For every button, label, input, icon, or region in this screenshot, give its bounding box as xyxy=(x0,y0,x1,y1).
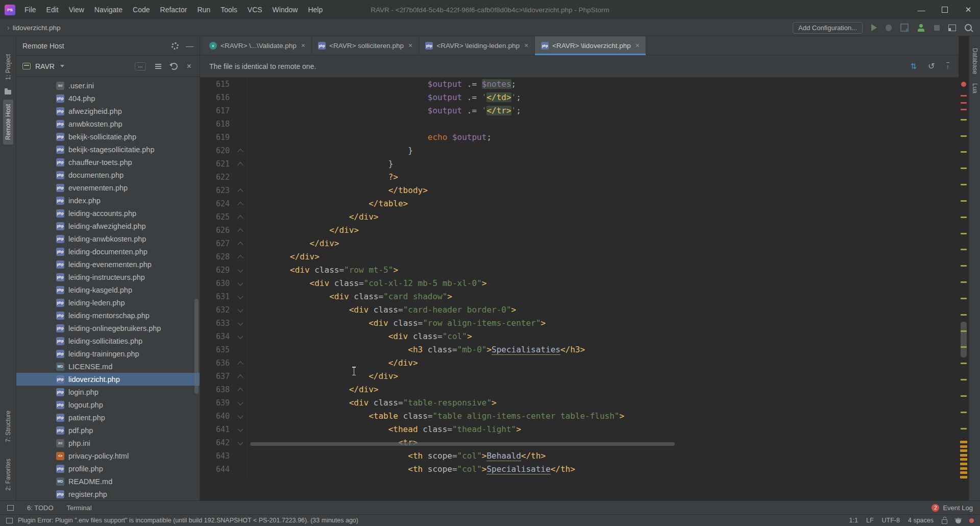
line-number[interactable]: 624 xyxy=(200,199,234,208)
line-number[interactable]: 616 xyxy=(200,93,234,102)
tree-item[interactable]: phpleiding-accounts.php xyxy=(16,207,200,220)
menu-tools[interactable]: Tools xyxy=(215,0,242,19)
stripe-mark[interactable] xyxy=(961,314,967,316)
stripe-mark[interactable] xyxy=(961,395,967,397)
menu-run[interactable]: Run xyxy=(192,0,215,19)
code-line[interactable]: 620 } xyxy=(200,144,959,157)
code-line[interactable]: 639 <div class="table-responsive"> xyxy=(200,396,959,410)
code-line[interactable]: 615 $output .= $notes; xyxy=(200,78,959,91)
filter-icon[interactable] xyxy=(155,64,161,65)
line-number[interactable]: 643 xyxy=(200,451,234,461)
stripe-mark[interactable] xyxy=(960,458,967,461)
tree-item[interactable]: phpprofile.php xyxy=(16,462,200,475)
maximize-button[interactable] xyxy=(933,0,957,19)
stripe-mark[interactable] xyxy=(961,200,967,202)
close-button[interactable]: ✕ xyxy=(957,0,980,19)
code-line[interactable]: 628 </div> xyxy=(200,250,959,264)
tree-item[interactable]: phpleiding-documenten.php xyxy=(16,245,200,258)
fold-marker[interactable] xyxy=(234,201,247,207)
add-configuration-button[interactable]: Add Configuration... xyxy=(793,22,863,34)
stripe-mark[interactable] xyxy=(960,445,967,448)
tree-item[interactable]: phpleiding-sollicitaties.php xyxy=(16,334,200,347)
stripe-mark[interactable] xyxy=(961,249,967,250)
stripe-mark[interactable] xyxy=(961,379,967,380)
hide-panel-icon[interactable]: — xyxy=(186,43,193,49)
users-icon[interactable] xyxy=(917,24,925,32)
stripe-mark[interactable] xyxy=(961,184,967,185)
stripe-mark[interactable] xyxy=(961,217,967,218)
debug-icon[interactable] xyxy=(886,25,892,31)
code-line[interactable]: 621 } xyxy=(200,157,959,171)
tree-item[interactable]: phpdocumenten.php xyxy=(16,169,200,181)
stripe-mark[interactable] xyxy=(961,265,967,267)
stripe-mark[interactable] xyxy=(961,95,967,97)
line-number[interactable]: 630 xyxy=(200,279,234,288)
revert-icon[interactable]: ↺ xyxy=(928,63,935,70)
chevron-down-icon[interactable] xyxy=(60,65,64,67)
gear-icon[interactable] xyxy=(172,42,179,50)
editor-tab[interactable]: php<RAVR> \leiding-leden.php× xyxy=(419,36,535,55)
code-line[interactable]: 616 $output .= '</td>'; xyxy=(200,91,959,104)
tree-item[interactable]: phpleiding-instructeurs.php xyxy=(16,271,200,283)
tool-tab-lua[interactable]: Lua xyxy=(970,79,980,98)
tree-item[interactable]: phpleiding-mentorschap.php xyxy=(16,309,200,322)
menu-view[interactable]: View xyxy=(64,0,89,19)
stripe-mark[interactable] xyxy=(961,109,967,110)
fold-marker[interactable] xyxy=(234,374,247,379)
fold-marker[interactable] xyxy=(234,361,247,366)
code-line[interactable]: 619 echo $output; xyxy=(200,131,959,144)
editor-tab[interactable]: php<RAVR> solliciteren.php× xyxy=(312,36,419,55)
tree-item[interactable]: phplidoverzicht.php xyxy=(16,373,200,386)
browse-button[interactable]: ... xyxy=(135,62,146,70)
stripe-mark[interactable] xyxy=(961,102,967,104)
indent-widget[interactable]: 4 spaces xyxy=(908,517,934,524)
stop-icon[interactable] xyxy=(934,25,940,31)
toolwindow-switcher-icon[interactable] xyxy=(7,505,14,511)
tree-item[interactable]: phpregister.php xyxy=(16,488,200,499)
close-icon[interactable]: × xyxy=(524,41,528,50)
code-editor[interactable]: 615 $output .= $notes;616 $output .= '</… xyxy=(200,78,959,500)
code-line[interactable]: 632 <div class="card-header border-0"> xyxy=(200,303,959,317)
run-icon[interactable] xyxy=(871,24,877,31)
tree-item[interactable]: phpchauffeur-toets.php xyxy=(16,156,200,169)
tree-item[interactable]: ini.user.ini xyxy=(16,79,200,92)
menu-edit[interactable]: Edit xyxy=(41,0,64,19)
tree-item[interactable]: phppatient.php xyxy=(16,411,200,424)
tool-tab-database[interactable]: Database xyxy=(970,43,980,79)
line-number[interactable]: 618 xyxy=(200,119,234,129)
code-line[interactable]: 633 <div class="row align-items-center"> xyxy=(200,317,959,330)
stripe-mark[interactable] xyxy=(961,428,967,429)
tree-item[interactable]: MDLICENSE.md xyxy=(16,360,200,373)
code-line[interactable]: 624 </table> xyxy=(200,197,959,210)
line-number[interactable]: 641 xyxy=(200,425,234,434)
code-line[interactable]: 643 <th scope="col">Behaald</th> xyxy=(200,449,959,463)
line-number[interactable]: 636 xyxy=(200,358,234,368)
fold-marker[interactable] xyxy=(234,148,247,154)
toolwindow-layout-icon[interactable] xyxy=(948,25,956,31)
line-number[interactable]: 619 xyxy=(200,133,234,142)
stripe-mark[interactable] xyxy=(960,476,967,479)
notification-dot-icon[interactable] xyxy=(969,518,974,523)
line-number[interactable]: 625 xyxy=(200,212,234,222)
stripe-mark[interactable] xyxy=(961,233,967,234)
sync-icon[interactable]: ⇅ xyxy=(911,63,917,70)
fold-marker[interactable] xyxy=(234,188,247,194)
stripe-mark[interactable] xyxy=(961,119,967,121)
menu-window[interactable]: Window xyxy=(267,0,303,19)
encoding-widget[interactable]: UTF-8 xyxy=(882,517,900,524)
code-line[interactable]: 622 ?> xyxy=(200,171,959,184)
tree-item[interactable]: phpleiding-trainingen.php xyxy=(16,347,200,360)
fold-marker[interactable] xyxy=(234,296,247,298)
stripe-mark[interactable] xyxy=(961,281,967,283)
tree-item[interactable]: phpleiding-leden.php xyxy=(16,296,200,309)
code-line[interactable]: 640 <table class="table align-items-cent… xyxy=(200,410,959,423)
menu-refactor[interactable]: Refactor xyxy=(155,0,192,19)
tool-tab-remote-host[interactable]: Remote Host xyxy=(3,100,13,145)
stripe-mark[interactable] xyxy=(960,471,967,474)
stripe-mark[interactable] xyxy=(960,467,967,470)
tool-tab-favorites[interactable]: 2: Favorites xyxy=(3,454,13,495)
code-line[interactable]: 629 <div class="row mt-5"> xyxy=(200,264,959,277)
menu-code[interactable]: Code xyxy=(128,0,155,19)
code-line[interactable]: 631 <div class="card shadow"> xyxy=(200,290,959,303)
tree-item[interactable]: phplogin.php xyxy=(16,386,200,398)
